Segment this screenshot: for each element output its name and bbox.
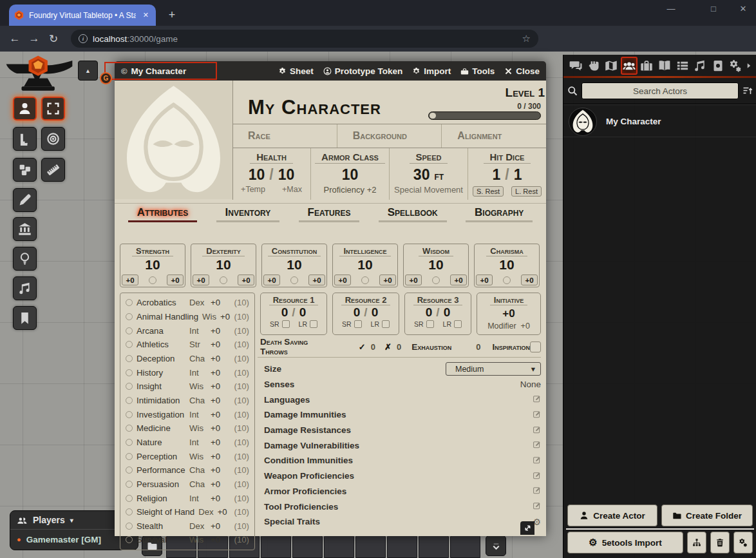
url-bar[interactable]: i localhost:30000/game ☆ bbox=[71, 30, 538, 48]
skill-proficiency-toggle[interactable] bbox=[126, 453, 133, 460]
macro-slot[interactable] bbox=[292, 535, 323, 558]
skill-name[interactable]: Persuasion bbox=[137, 479, 185, 489]
skill-name[interactable]: Intimidation bbox=[137, 396, 185, 405]
speed-value[interactable]: 30 bbox=[413, 166, 430, 184]
skill-name[interactable]: Sleight of Hand bbox=[137, 507, 194, 517]
ability-score[interactable]: 10 bbox=[216, 257, 231, 273]
size-select[interactable]: Medium▾ bbox=[446, 362, 541, 376]
lr-checkbox[interactable] bbox=[310, 320, 317, 328]
skill-proficiency-toggle[interactable] bbox=[126, 383, 133, 390]
skill-row[interactable]: Perception Wis +0 (10) bbox=[126, 452, 249, 461]
save-proficiency-toggle[interactable] bbox=[361, 276, 369, 284]
ability-check-mod[interactable]: +0 bbox=[308, 274, 325, 285]
ability-score[interactable]: 10 bbox=[357, 257, 372, 273]
folder-tree-button[interactable] bbox=[687, 532, 706, 553]
import-button[interactable]: Import bbox=[412, 66, 451, 76]
skill-proficiency-toggle[interactable] bbox=[126, 536, 133, 543]
skill-proficiency-toggle[interactable] bbox=[126, 508, 133, 515]
macro-slot[interactable] bbox=[355, 535, 386, 558]
lighting-tool-button[interactable] bbox=[13, 247, 37, 271]
browser-tab[interactable]: Foundry Virtual Tabletop • A Stan ✕ bbox=[9, 5, 156, 26]
special-movement-label[interactable]: Special Movement bbox=[394, 185, 463, 195]
sort-folders-icon[interactable] bbox=[742, 86, 753, 96]
long-rest-button[interactable]: L. Rest bbox=[511, 186, 542, 197]
edit-icon[interactable] bbox=[533, 470, 541, 482]
tab-actors[interactable] bbox=[621, 57, 638, 75]
skill-name[interactable]: Religion bbox=[137, 494, 185, 503]
actor-avatar[interactable] bbox=[569, 108, 597, 136]
skill-row[interactable]: Medicine Wis +0 (10) bbox=[126, 423, 249, 433]
site-info-icon[interactable]: i bbox=[79, 34, 88, 43]
macro-slot[interactable] bbox=[419, 535, 449, 558]
sheet-tab[interactable]: Attributes bbox=[128, 206, 198, 222]
edit-icon[interactable] bbox=[533, 394, 541, 405]
skill-name[interactable]: Survival bbox=[137, 535, 185, 544]
edit-icon[interactable] bbox=[533, 455, 541, 467]
hit-dice-current[interactable]: 1 bbox=[493, 166, 501, 184]
template-tool-button[interactable] bbox=[41, 127, 65, 151]
resource-label[interactable]: Resource 3 bbox=[413, 295, 463, 305]
resource-label[interactable]: Resource 2 bbox=[341, 295, 391, 305]
select-targets-tool-button[interactable] bbox=[41, 97, 65, 120]
skill-row[interactable]: Animal Handling Wis +0 (10) bbox=[126, 312, 249, 322]
character-name[interactable]: My Character bbox=[248, 96, 381, 119]
ability-save-mod[interactable]: +0 bbox=[263, 274, 280, 285]
short-rest-button[interactable]: S. Rest bbox=[473, 186, 504, 197]
token-tool-button[interactable] bbox=[13, 97, 37, 120]
skill-proficiency-toggle[interactable] bbox=[126, 467, 133, 474]
hp-temp-label[interactable]: +Temp bbox=[241, 185, 265, 194]
back-button[interactable]: ← bbox=[5, 32, 24, 45]
lr-checkbox[interactable] bbox=[382, 320, 390, 328]
identity-field[interactable]: Alignment bbox=[442, 124, 546, 148]
new-tab-button[interactable]: + bbox=[164, 6, 180, 23]
skill-row[interactable]: Arcana Int +0 (10) bbox=[126, 326, 249, 336]
hotbar-page-button[interactable] bbox=[486, 535, 506, 556]
identity-field[interactable]: Race bbox=[232, 124, 337, 148]
save-proficiency-toggle[interactable] bbox=[220, 276, 227, 284]
death-failure-icon[interactable]: ✗ bbox=[384, 342, 392, 352]
ability-check-mod[interactable]: +0 bbox=[521, 274, 538, 285]
close-sheet-button[interactable]: Close bbox=[504, 66, 540, 76]
notes-tool-button[interactable] bbox=[13, 306, 37, 330]
ability-check-mod[interactable]: +0 bbox=[450, 274, 467, 285]
skill-name[interactable]: Animal Handling bbox=[137, 312, 198, 322]
skill-row[interactable]: History Int +0 (10) bbox=[126, 368, 249, 378]
drawings-tool-button[interactable] bbox=[13, 188, 37, 212]
skill-row[interactable]: Insight Wis +0 (10) bbox=[126, 381, 249, 391]
initiative-value[interactable]: +0 bbox=[502, 307, 515, 320]
window-maximize-button[interactable]: □ bbox=[701, 0, 726, 17]
sr-checkbox[interactable] bbox=[426, 320, 434, 328]
resource-value[interactable]: 0 bbox=[281, 305, 288, 320]
resource-max[interactable]: 0 bbox=[299, 305, 307, 320]
actor-list-item[interactable]: My Character bbox=[563, 106, 756, 137]
skill-row[interactable]: Nature Int +0 (10) bbox=[126, 438, 249, 447]
skill-proficiency-toggle[interactable] bbox=[126, 327, 133, 334]
ability-save-mod[interactable]: +0 bbox=[122, 274, 138, 285]
prototype-token-button[interactable]: Prototype Token bbox=[323, 66, 403, 76]
exhaustion-value[interactable]: 0 bbox=[476, 342, 480, 352]
configure-button[interactable] bbox=[733, 532, 753, 553]
save-proficiency-toggle[interactable] bbox=[432, 276, 440, 284]
reload-button[interactable]: ↻ bbox=[44, 32, 63, 46]
hp-max[interactable]: 10 bbox=[278, 166, 295, 184]
sr-checkbox[interactable] bbox=[282, 320, 290, 328]
skill-proficiency-toggle[interactable] bbox=[126, 313, 133, 320]
hp-current[interactable]: 10 bbox=[249, 166, 265, 184]
initiative-modifier[interactable]: +0 bbox=[521, 322, 530, 331]
ability-save-mod[interactable]: +0 bbox=[405, 274, 422, 285]
resource-label[interactable]: Resource 1 bbox=[269, 295, 319, 305]
skill-proficiency-toggle[interactable] bbox=[126, 411, 133, 418]
tab-chat[interactable] bbox=[567, 57, 584, 75]
search-actors-input[interactable] bbox=[581, 82, 739, 99]
ability-score[interactable]: 10 bbox=[499, 257, 514, 273]
skill-name[interactable]: Deception bbox=[137, 354, 185, 363]
tab-items[interactable] bbox=[638, 57, 655, 75]
death-failure-count[interactable]: 0 bbox=[397, 342, 401, 352]
skill-name[interactable]: Athletics bbox=[137, 340, 185, 349]
skill-row[interactable]: Intimidation Cha +0 (10) bbox=[126, 396, 249, 405]
tab-compendium[interactable] bbox=[710, 57, 726, 75]
skill-name[interactable]: Nature bbox=[137, 438, 185, 447]
resource-max[interactable]: 0 bbox=[372, 305, 379, 320]
save-proficiency-toggle[interactable] bbox=[149, 276, 156, 284]
tab-journal[interactable] bbox=[656, 57, 673, 75]
